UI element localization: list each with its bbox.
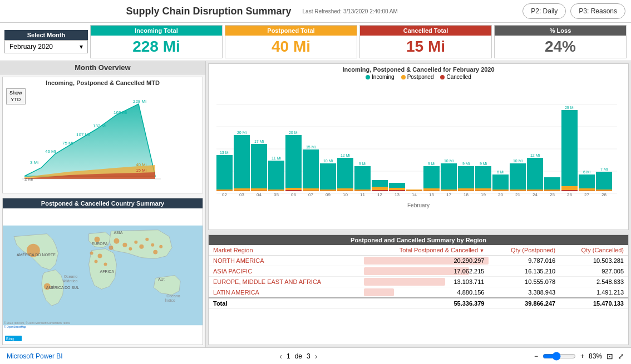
x-axis-label: 27	[584, 192, 589, 197]
legend-postponed: Postponed	[401, 74, 434, 80]
main-container: Supply Chain Disruption Summary Last Ref…	[0, 0, 631, 364]
x-axis-label: 10	[343, 192, 348, 197]
bar-stack	[389, 183, 405, 191]
bar-group: 6 Mi20	[492, 170, 509, 197]
loss-label: % Loss	[495, 26, 626, 36]
bar-group: 29 Mi26	[561, 106, 578, 197]
p3-reasons-button[interactable]: P3: Reasons	[570, 3, 625, 19]
table-row: LATIN AMERICA4.880.1563.388.9431.491.213	[209, 287, 628, 298]
x-axis-label: 15	[429, 192, 434, 197]
prev-page-button[interactable]: ‹	[279, 352, 282, 361]
bar-group: 17 Mi04	[251, 139, 267, 197]
bar-stack	[561, 110, 578, 191]
svg-text:169 Mi: 169 Mi	[114, 110, 127, 115]
table-row: EUROPE, MIDDLE EAST AND AFRICA13.103.711…	[209, 277, 628, 287]
total-cell-3: 15.470.133	[560, 298, 628, 309]
minus-zoom-button[interactable]: −	[534, 352, 538, 360]
svg-text:40 Mi: 40 Mi	[136, 162, 147, 167]
svg-point-19	[98, 254, 102, 258]
postponed-legend-label: Postponed	[407, 74, 434, 80]
bar-stack	[596, 172, 612, 191]
table-header-0: Market Region	[209, 245, 364, 256]
svg-point-27	[145, 238, 149, 241]
select-month-dropdown[interactable]: February 2020 ▾	[4, 40, 88, 53]
footer-nav: ‹ 1 de 3 ›	[279, 352, 317, 361]
fullscreen-icon[interactable]: ⤢	[618, 352, 624, 361]
bar-label: 10 Mi	[444, 159, 453, 163]
bar-stack	[268, 161, 284, 191]
footer: Microsoft Power BI ‹ 1 de 3 › − + 83% ⊡ …	[0, 347, 631, 364]
incoming-label: Incoming Total	[91, 26, 222, 36]
svg-text:Índico: Índico	[165, 298, 175, 302]
fit-to-screen-icon[interactable]: ⊡	[607, 352, 613, 361]
bar-group: 13 Mi02	[216, 151, 233, 197]
total-cell: 17.062.215	[364, 266, 489, 277]
bar-group: 10 Mi17	[441, 159, 457, 197]
table-body: NORTH AMERICA20.290.2979.787.01610.503.2…	[209, 256, 628, 309]
x-axis-label: 20	[498, 192, 503, 197]
svg-text:228 Mi: 228 Mi	[133, 99, 146, 104]
bar-stack	[492, 174, 509, 191]
svg-point-21	[109, 246, 113, 250]
table-header-1: Total Postponed & Cancelled ▼	[364, 245, 489, 256]
svg-point-28	[151, 243, 154, 247]
bar-stack	[354, 166, 371, 191]
bar-stack	[475, 166, 491, 191]
postponed-cell: 3.388.943	[489, 287, 560, 298]
map-container: Postponed & Cancelled Country Summary	[2, 198, 203, 345]
svg-text:ASIA: ASIA	[114, 231, 122, 235]
bar-stack	[372, 180, 388, 191]
bar-group: 6 Mi27	[579, 170, 595, 197]
bar-group: 20 Mi03	[234, 131, 250, 197]
x-axis-label: 18	[464, 192, 469, 197]
postponed-cell: 10.555.078	[489, 277, 560, 287]
svg-text:Oceano: Oceano	[166, 294, 180, 298]
svg-text:2 Mi: 2 Mi	[24, 177, 33, 182]
cancelled-legend-label: Cancelled	[446, 74, 471, 80]
svg-point-24	[129, 247, 132, 251]
svg-point-22	[114, 238, 119, 244]
zoom-value: 83%	[589, 352, 602, 360]
next-page-button[interactable]: ›	[315, 352, 318, 361]
bar-label: 6 Mi	[497, 170, 504, 174]
p2-daily-button[interactable]: P2: Daily	[522, 3, 566, 19]
plus-zoom-button[interactable]: +	[580, 352, 584, 360]
page-total: 3	[307, 352, 310, 360]
bar-stack	[441, 163, 457, 191]
x-axis-label: 11	[360, 192, 365, 197]
show-ytd-button[interactable]: ShowYTD	[6, 88, 26, 104]
svg-text:Bing: Bing	[6, 337, 14, 341]
x-axis-label: 21	[515, 192, 520, 197]
x-axis-label: 12	[377, 192, 382, 197]
region-cell: LATIN AMERICA	[209, 287, 364, 298]
svg-point-26	[139, 245, 144, 249]
bar-chart-title: Incoming, Postponed & Cancelled for Febr…	[211, 66, 626, 73]
page-current: 1	[287, 352, 290, 360]
svg-text:© OpenStreetMap: © OpenStreetMap	[4, 325, 26, 328]
bar-group: 10 Mi09	[320, 159, 336, 197]
bar-label: 10 Mi	[323, 159, 333, 163]
bar-label: 20 Mi	[289, 131, 298, 134]
table-title: Postponed and Cancelled Summary by Regio…	[209, 235, 628, 245]
legend-cancelled: Cancelled	[440, 74, 471, 80]
bar-group: 11 Mi05	[268, 156, 284, 197]
cancelled-value: 15 Mi	[406, 36, 445, 58]
powerbi-brand-link[interactable]: Microsoft Power BI	[7, 352, 63, 360]
zoom-slider[interactable]	[543, 352, 576, 361]
kpi-incoming: Incoming Total 228 Mi	[90, 25, 223, 58]
bar-stack	[337, 158, 353, 191]
bar-label: 29 Mi	[565, 106, 574, 109]
kpi-loss: % Loss 24%	[494, 25, 627, 58]
chart-legend: Incoming Postponed Cancelled	[211, 74, 626, 80]
bar-stack	[510, 163, 526, 191]
bar-label: 9 Mi	[428, 162, 435, 166]
svg-text:3 Mi: 3 Mi	[30, 160, 38, 165]
select-month-block: Select Month February 2020 ▾	[4, 30, 88, 53]
svg-text:107 Mi: 107 Mi	[76, 132, 90, 137]
incoming-legend-label: Incoming	[372, 74, 395, 80]
total-cell-0: Total	[209, 298, 364, 309]
total-cell: 13.103.711	[364, 277, 489, 287]
x-axis-label: 13	[395, 192, 400, 197]
page-separator: de	[295, 352, 302, 360]
summary-table: Market RegionTotal Postponed & Cancelled…	[209, 245, 628, 309]
